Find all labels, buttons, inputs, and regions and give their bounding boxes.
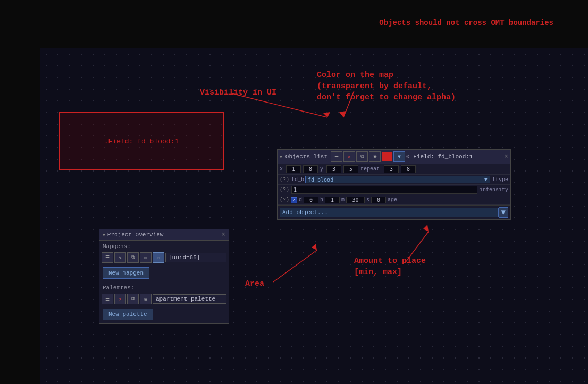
age-type: age [388,197,397,203]
repeat-val1-input[interactable] [384,165,399,173]
panel-titlebar: ▼ Project Overview × [99,229,229,241]
obj-copy-btn[interactable]: ⧉ [356,151,368,162]
field-box: .Field: fd_blood:1 [59,112,224,170]
canvas-area: .Field: fd_blood:1 Visibility in UI Colo… [40,48,588,384]
age-m-input[interactable] [346,197,365,203]
age-help[interactable]: (?) [280,197,289,203]
x-val1-input[interactable] [286,165,301,173]
age-row: (?) ✓ d h m s age [278,195,510,205]
mapgen-copy-btn[interactable]: ⧉ [127,252,139,263]
age-m-label: m [341,197,345,203]
mapgens-label: Mapgens: [99,241,229,251]
palette-grid-btn[interactable]: ⊞ [140,294,152,304]
mapgen-edit-btn[interactable]: ✎ [114,252,126,263]
fdblood-type: ftype [492,177,508,183]
new-mapgen-button[interactable]: New mapgen [103,267,149,279]
x-val2-input[interactable] [303,165,318,173]
intensity-help[interactable]: (?) [280,187,289,193]
obj-cut-btn[interactable]: ✕ [343,151,355,162]
objects-panel-title: Objects list [285,153,327,160]
fdblood-select-arrow[interactable]: ▼ [484,176,488,183]
panel-collapse-icon[interactable]: ▼ [103,233,105,237]
palette-copy-btn[interactable]: ⧉ [127,294,139,304]
objects-toolbar: ▼ Objects list ☰ ✕ ⧉ 👁 ▼ 0 Field: fd_blo… [278,150,510,164]
age-h-input[interactable] [325,197,340,203]
palette-delete-btn[interactable]: ✕ [114,294,126,304]
age-h-label: h [320,197,323,203]
repeat-val2-input[interactable] [401,165,416,173]
annotation-area: Area [245,279,264,288]
fdblood-select-val: fd_blood [308,177,333,183]
project-panel-close[interactable]: × [222,232,225,238]
mapgen-menu-btn[interactable]: ☰ [102,252,113,263]
mapgen-grid-btn[interactable]: ⊞ [140,252,152,263]
y-val1-input[interactable] [326,165,341,173]
fdblood-help[interactable]: (?) [280,177,289,183]
fdblood-row: (?) fd_blood fd_blood ▼ ftype [278,175,510,185]
annotation-visibility: Visibility in UI [200,88,276,97]
obj-arrow-btn[interactable]: ▼ [393,151,405,162]
add-object-arrow[interactable]: ▼ [499,207,508,218]
intensity-type: intensity [480,187,508,193]
age-s-input[interactable] [371,197,386,203]
coord-row: x y repeat [278,164,510,175]
obj-color-swatch[interactable] [382,152,392,161]
palettes-toolbar: ☰ ✕ ⧉ ⊞ apartment_palette [99,293,229,305]
svg-marker-7 [423,225,429,232]
age-checkbox[interactable]: ✓ [291,197,297,203]
intensity-input[interactable] [291,186,477,194]
project-panel: ▼ Project Overview × Mapgens: ☰ ✎ ⧉ ⊞ ⊡ … [99,229,229,324]
annotation-color: Color on the map (transparent by default… [317,70,456,103]
field-box-label: .Field: fd_blood:1 [104,138,179,146]
field-name-display: 0 Field: fd_blood:1 [406,153,473,160]
mapgen-active-btn[interactable]: ⊡ [153,252,164,263]
mapgens-toolbar: ☰ ✎ ⧉ ⊞ ⊡ [uuid=65] [99,251,229,264]
repeat-label: repeat [360,166,382,172]
svg-marker-1 [323,112,330,117]
palette-name-label: apartment_palette [153,294,226,304]
uuid-label: [uuid=65] [165,253,226,262]
add-object-row: Add object... ▼ [278,205,510,219]
age-d-label: d [299,197,302,203]
obj-menu-btn[interactable]: ☰ [331,151,342,162]
palettes-label: Palettes: [99,282,229,293]
y-val2-input[interactable] [343,165,358,173]
objects-panel-close[interactable]: × [505,153,508,160]
intensity-row: (?) intensity [278,185,510,195]
panel-title: Project Overview [107,232,164,238]
new-palette-button[interactable]: New palette [103,309,153,320]
svg-line-4 [273,250,317,282]
x-label: x [280,166,284,172]
fdblood-name: fd_blood [291,177,303,183]
age-s-label: s [366,197,369,203]
top-annotation: Objects should not cross OMT boundaries [379,19,553,27]
annotation-amount: Amount to place [min, max] [354,255,426,278]
y-label: y [320,166,324,172]
objects-collapse-icon[interactable]: ▼ [280,155,282,159]
svg-marker-5 [312,244,317,250]
add-object-select[interactable]: Add object... [280,208,499,217]
age-d-input[interactable] [304,197,318,203]
palette-menu-btn[interactable]: ☰ [102,294,113,304]
obj-eye-btn[interactable]: 👁 [369,151,381,162]
svg-marker-3 [339,111,346,117]
objects-panel: ▼ Objects list ☰ ✕ ⧉ 👁 ▼ 0 Field: fd_blo… [277,149,511,220]
